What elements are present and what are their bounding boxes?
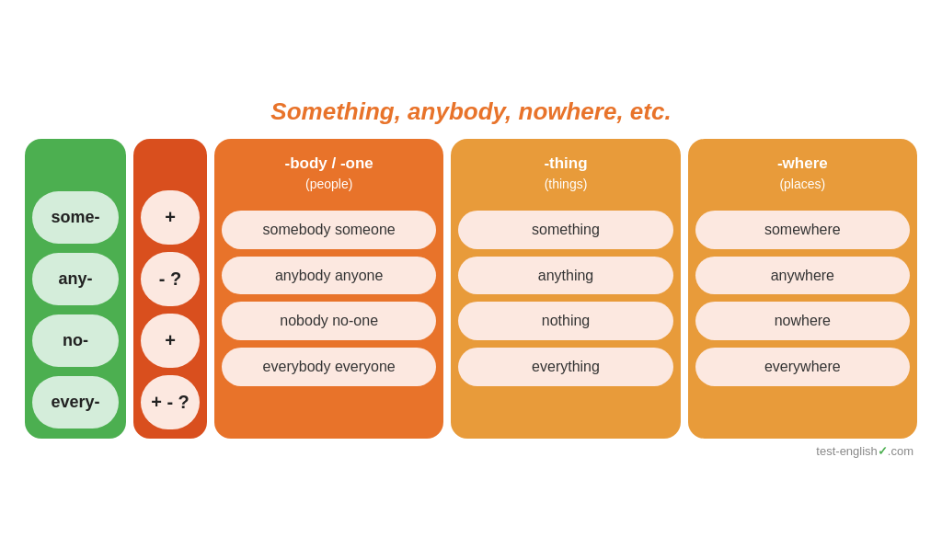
- prefix-no: no-: [32, 314, 119, 366]
- body-every: everybody everyone: [222, 348, 436, 386]
- col-thing: -thing (things) something anything nothi…: [451, 139, 680, 439]
- where-any: anywhere: [695, 257, 910, 295]
- where-no: nowhere: [695, 302, 910, 340]
- body-no: nobody no-one: [222, 302, 436, 340]
- where-header: -where (places): [695, 148, 910, 203]
- where-header-sub: (places): [779, 177, 825, 191]
- grid: some- any- no- every- + - ? + + - ? -bod…: [25, 139, 917, 439]
- body-header-sub: (people): [305, 177, 352, 191]
- usage-no: +: [141, 314, 200, 368]
- col-usage: + - ? + + - ?: [133, 139, 207, 439]
- col-where: -where (places) somewhere anywhere nowhe…: [688, 139, 917, 439]
- footer-check-icon: ✓: [878, 444, 888, 458]
- prefix-some: some-: [32, 191, 119, 243]
- where-some: somewhere: [695, 211, 910, 249]
- thing-no: nothing: [458, 302, 672, 340]
- body-header: -body / -one (people): [222, 148, 436, 203]
- usage-some: +: [141, 190, 200, 245]
- thing-header: -thing (things): [458, 148, 672, 203]
- body-some: somebody someone: [222, 211, 436, 249]
- col-body: -body / -one (people) somebody someone a…: [214, 139, 443, 439]
- thing-any: anything: [458, 257, 672, 295]
- body-any: anybody anyone: [222, 257, 436, 295]
- body-header-main: -body / -one: [285, 154, 373, 172]
- prefix-every: every-: [32, 376, 119, 428]
- usage-every: + - ?: [141, 375, 200, 429]
- where-header-main: -where: [777, 154, 828, 172]
- prefix-any: any-: [32, 253, 119, 304]
- main-container: Something, anybody, nowhere, etc. some- …: [11, 88, 931, 472]
- thing-header-main: -thing: [544, 154, 587, 172]
- thing-every: everything: [458, 348, 672, 386]
- col-prefix: some- any- no- every-: [25, 139, 126, 439]
- where-every: everywhere: [695, 348, 910, 386]
- usage-any: - ?: [141, 252, 200, 306]
- page-title: Something, anybody, nowhere, etc.: [25, 97, 917, 126]
- footer-text: test-english: [816, 444, 877, 458]
- thing-header-sub: (things): [545, 177, 588, 191]
- footer: test-english✓.com: [25, 444, 917, 458]
- thing-some: something: [458, 211, 672, 249]
- footer-domain: .com: [888, 444, 913, 458]
